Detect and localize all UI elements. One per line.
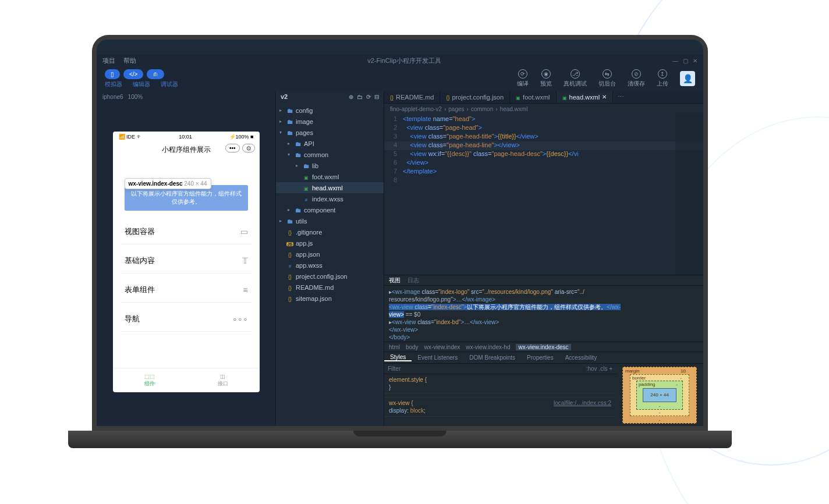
editor-tab[interactable]: ▣foot.wxml: [510, 91, 556, 103]
menu-project[interactable]: 项目: [102, 56, 115, 65]
list-item[interactable]: 基础内容𝕋: [121, 248, 251, 274]
laptop-frame: 项目 帮助 v2-FinClip小程序开发工具 — ▢ ✕ ▯ </>: [92, 35, 708, 466]
file-explorer: v2 ⊕ 🗀 ⟳ ⊟ ▸🖿config▸🖿image▾🖿pages▸🖿API▾🖿…: [276, 91, 384, 426]
sim-device[interactable]: iphone6: [102, 94, 123, 100]
crumb-segment[interactable]: fino-applet-demo-v2: [390, 106, 442, 112]
folder-node[interactable]: ▸🖿component: [276, 204, 384, 215]
sim-zoom[interactable]: 100%: [128, 94, 143, 100]
file-node[interactable]: {}README.md: [276, 282, 384, 293]
devtools-tab-console[interactable]: 日志: [408, 276, 419, 285]
file-node[interactable]: {}project.config.json: [276, 271, 384, 282]
breadcrumb: fino-applet-demo-v2›pages›common›head.wx…: [384, 104, 703, 114]
toolbar: ▯ </> ⫙ 模拟器 编辑器 调试器 ⟳编译◉预览⎇真机调试⇆切后台⊘清缓存↥…: [97, 66, 703, 91]
phone-tab-接口[interactable]: ◫接口: [186, 368, 260, 392]
devtools-subtab[interactable]: Accessibility: [559, 354, 603, 361]
crumb-segment[interactable]: head.wxml: [500, 106, 528, 112]
phone-statusbar: 📶 IDE ᯤ 10:01 ⚡100% ■: [113, 132, 260, 142]
close-icon[interactable]: ✕: [602, 94, 607, 100]
phone-preview[interactable]: 📶 IDE ᯤ 10:01 ⚡100% ■ 小程序组件展示 ••• ⊙: [113, 132, 260, 392]
toolbar-action-切后台[interactable]: ⇆切后台: [598, 69, 616, 88]
collapse-icon[interactable]: ⊟: [374, 94, 379, 100]
add-rule-icon[interactable]: +: [609, 365, 612, 372]
editor-tabs: {}README.md{}project.config.json▣foot.wx…: [384, 91, 703, 104]
window-minimize[interactable]: —: [672, 58, 678, 64]
ide-window: 项目 帮助 v2-FinClip小程序开发工具 — ▢ ✕ ▯ </>: [97, 55, 703, 426]
devtools-subtab[interactable]: Event Listeners: [412, 354, 463, 361]
editor-tab[interactable]: {}project.config.json: [440, 91, 510, 103]
dom-path-segment[interactable]: wx-view.index-desc: [516, 344, 571, 350]
window-close[interactable]: ✕: [693, 58, 697, 64]
folder-node[interactable]: ▸🖿config: [276, 105, 384, 116]
dom-tree[interactable]: ▸<wx-image class="index-logo" src="../re…: [384, 286, 703, 342]
devtools-panel: 视图 日志 ▸<wx-image class="index-logo" src=…: [384, 275, 703, 426]
dom-path-segment[interactable]: html: [389, 344, 400, 350]
tree-root[interactable]: v2: [281, 93, 288, 100]
folder-node[interactable]: ▾🖿common: [276, 149, 384, 160]
hov-toggle[interactable]: :hov: [586, 365, 597, 372]
list-item[interactable]: 导航∘∘∘: [121, 306, 251, 332]
panel-label: 调试器: [161, 80, 178, 88]
devtools-tab-elements[interactable]: 视图: [389, 276, 401, 285]
styles-pane[interactable]: Filter :hov .cls + element.style {}</spa…: [384, 364, 616, 426]
folder-node[interactable]: ▸🖿utils: [276, 215, 384, 226]
file-node[interactable]: ▣foot.wxml: [276, 171, 384, 182]
file-node[interactable]: ▣head.wxml: [276, 182, 384, 193]
new-file-icon[interactable]: ⊕: [349, 94, 353, 100]
menu-help[interactable]: 帮助: [123, 56, 136, 65]
devtools-subtab[interactable]: Styles: [384, 354, 412, 361]
devtools-subtab[interactable]: DOM Breakpoints: [463, 354, 521, 361]
box-model: margin 10 border - padding -: [616, 364, 703, 426]
toolbar-action-清缓存[interactable]: ⊘清缓存: [628, 69, 645, 88]
dom-path-segment[interactable]: body: [406, 344, 419, 350]
panel-label: 编辑器: [133, 80, 150, 88]
code-editor[interactable]: 1<template name="head">2 <view class="pa…: [384, 114, 703, 275]
capsule-more[interactable]: •••: [225, 144, 240, 152]
dom-path-segment[interactable]: wx-view.index-hd: [466, 344, 510, 350]
refresh-icon[interactable]: ⟳: [366, 94, 371, 100]
folder-node[interactable]: ▸🖿API: [276, 138, 384, 149]
window-maximize[interactable]: ▢: [683, 58, 688, 64]
avatar[interactable]: 👤: [680, 71, 695, 86]
cls-toggle[interactable]: .cls: [598, 365, 607, 372]
devtools-subtab[interactable]: Properties: [521, 354, 559, 361]
toolbar-action-编译[interactable]: ⟳编译: [517, 69, 529, 88]
panel-debugger-button[interactable]: ⫙: [147, 69, 164, 79]
capsule-close[interactable]: ⊙: [242, 144, 255, 152]
file-node[interactable]: {}app.json: [276, 249, 384, 260]
window-title: v2-FinClip小程序开发工具: [144, 56, 664, 65]
crumb-segment[interactable]: pages: [448, 106, 464, 112]
folder-node[interactable]: ▸🖿image: [276, 116, 384, 127]
editor-tab[interactable]: ▣head.wxml✕: [557, 91, 614, 103]
dom-path-segment[interactable]: wx-view.index: [424, 344, 460, 350]
file-node[interactable]: #index.wxss: [276, 193, 384, 204]
editor-tab[interactable]: {}README.md: [384, 91, 440, 103]
new-folder-icon[interactable]: 🗀: [357, 94, 363, 100]
crumb-segment[interactable]: common: [471, 106, 493, 112]
list-item[interactable]: 表单组件≡: [121, 277, 251, 303]
file-node[interactable]: {}.gitignore: [276, 226, 384, 237]
panel-editor-button[interactable]: </>: [123, 69, 143, 79]
file-node[interactable]: {}sitemap.json: [276, 293, 384, 304]
toolbar-action-预览[interactable]: ◉预览: [540, 69, 552, 88]
tab-overflow-icon[interactable]: ⋯: [613, 91, 629, 103]
file-node[interactable]: JSapp.js: [276, 237, 384, 249]
phone-tab-组件[interactable]: ⬚⬚组件: [113, 368, 186, 392]
folder-node[interactable]: ▸🖿lib: [276, 160, 384, 171]
styles-filter-input[interactable]: Filter: [388, 365, 401, 372]
folder-node[interactable]: ▾🖿pages: [276, 127, 384, 138]
toolbar-action-真机调试[interactable]: ⎇真机调试: [564, 69, 587, 88]
file-node[interactable]: #app.wxss: [276, 260, 384, 271]
simulator-panel: iphone6 100% 📶 IDE ᯤ 10:01 ⚡100% ■: [97, 91, 276, 426]
toolbar-action-上传[interactable]: ↥上传: [657, 69, 668, 88]
menubar: 项目 帮助 v2-FinClip小程序开发工具 — ▢ ✕: [97, 55, 703, 66]
panel-label: 模拟器: [105, 80, 122, 88]
phone-navbar: 小程序组件展示 ••• ⊙: [113, 142, 260, 157]
list-item[interactable]: 视图容器▭: [121, 219, 251, 244]
inspect-tooltip: wx-view.index-desc 240 × 44: [125, 178, 211, 189]
dom-breadcrumb[interactable]: htmlbodywx-view.indexwx-view.index-hdwx-…: [384, 342, 703, 352]
minimap[interactable]: [675, 114, 703, 275]
panel-simulator-button[interactable]: ▯: [105, 69, 120, 79]
